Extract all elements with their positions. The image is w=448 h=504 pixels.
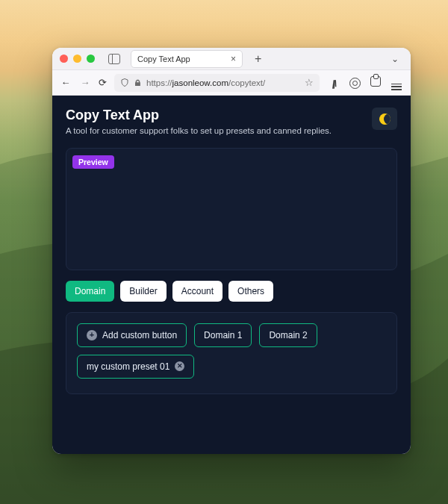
- tabs-overflow-icon[interactable]: ⌄: [387, 54, 403, 64]
- theme-toggle-button[interactable]: [372, 108, 397, 130]
- maximize-window-button[interactable]: [87, 55, 95, 63]
- tab-builder[interactable]: Builder: [120, 281, 166, 302]
- browser-tab[interactable]: Copy Text App ×: [131, 50, 243, 68]
- new-tab-button[interactable]: +: [249, 53, 267, 65]
- sidebar-toggle-icon[interactable]: [108, 54, 120, 64]
- back-button[interactable]: ←: [60, 77, 72, 88]
- tab-label: Others: [237, 286, 264, 296]
- app-viewport: Copy Text App A tool for customer suppor…: [52, 96, 411, 454]
- category-tabs: DomainBuilderAccountOthers: [66, 281, 397, 302]
- preview-panel: Preview: [66, 148, 397, 270]
- minimize-window-button[interactable]: [73, 55, 81, 63]
- add-custom-label: Add custom button: [102, 330, 177, 340]
- presets-panel: +Add custom buttonDomain 1Domain 2my cus…: [66, 312, 397, 394]
- tab-label: Builder: [129, 286, 157, 296]
- remove-preset-icon[interactable]: ✕: [175, 361, 184, 371]
- forward-button[interactable]: →: [79, 77, 91, 88]
- app-title: Copy Text App: [66, 108, 332, 123]
- preset-button[interactable]: Domain 2: [259, 323, 317, 347]
- tab-domain[interactable]: Domain: [66, 281, 114, 302]
- add-custom-button[interactable]: +Add custom button: [77, 323, 187, 347]
- preset-button[interactable]: my custom preset 01✕: [77, 355, 194, 379]
- preset-label: my custom preset 01: [87, 361, 169, 372]
- bookmark-icon[interactable]: ☆: [305, 77, 314, 88]
- titlebar: Copy Text App × + ⌄: [52, 48, 411, 70]
- lock-icon: 🔒︎: [134, 78, 142, 87]
- close-window-button[interactable]: [60, 55, 68, 63]
- account-icon[interactable]: [348, 76, 361, 89]
- app-subtitle: A tool for customer support folks to set…: [66, 125, 332, 137]
- preset-label: Domain 1: [204, 330, 242, 340]
- plus-circle-icon: +: [87, 330, 97, 340]
- menu-icon[interactable]: [390, 75, 403, 90]
- tab-label: Domain: [75, 286, 105, 296]
- preset-button[interactable]: Domain 1: [194, 323, 252, 347]
- tab-label: Account: [181, 286, 214, 296]
- url-text: https://jasonleow.com/copytext/: [146, 78, 300, 87]
- tab-account[interactable]: Account: [172, 281, 223, 302]
- close-tab-icon[interactable]: ×: [231, 55, 236, 63]
- extensions-icon[interactable]: [369, 76, 382, 89]
- tab-others[interactable]: Others: [228, 281, 273, 302]
- traffic-lights: [60, 55, 95, 63]
- moon-icon: [379, 113, 391, 125]
- url-bar[interactable]: 🔒︎ https://jasonleow.com/copytext/ ☆: [114, 74, 320, 92]
- toolbar: ← → ⟳ 🔒︎ https://jasonleow.com/copytext/…: [52, 70, 411, 96]
- shield-icon: [120, 78, 129, 87]
- preview-badge: Preview: [72, 155, 114, 169]
- browser-tab-title: Copy Text App: [137, 55, 190, 63]
- library-icon[interactable]: ||\: [327, 77, 340, 89]
- reload-button[interactable]: ⟳: [99, 77, 107, 88]
- browser-window: Copy Text App × + ⌄ ← → ⟳ 🔒︎ https://jas…: [52, 48, 411, 454]
- preset-label: Domain 2: [269, 330, 307, 340]
